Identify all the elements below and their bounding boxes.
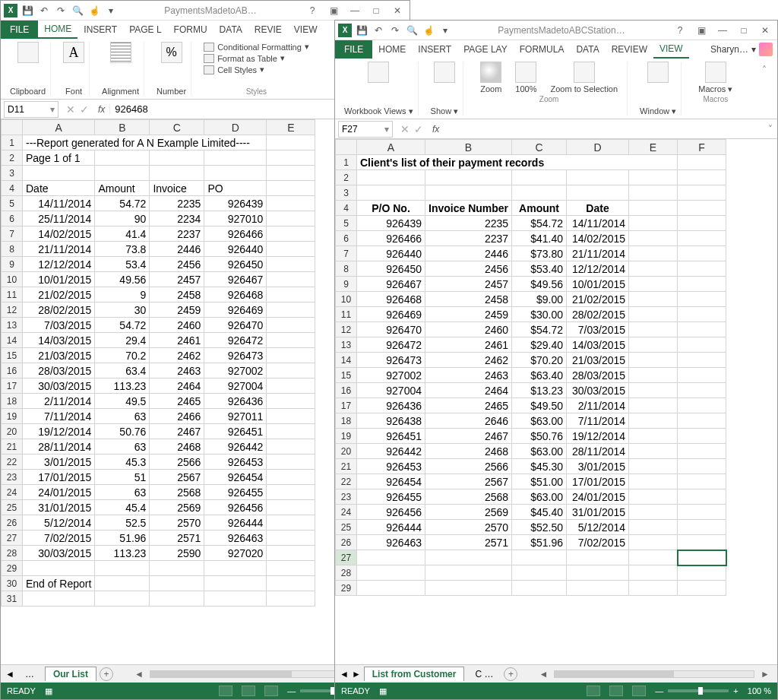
cell-D15[interactable]: 28/03/2015 — [567, 368, 629, 383]
menu-tab-review[interactable]: REVIEW — [606, 40, 653, 59]
cell-D23[interactable]: 24/01/2015 — [567, 489, 629, 505]
row-header-28[interactable]: 28 — [336, 565, 357, 581]
row-header-30[interactable]: 30 — [2, 576, 23, 591]
col-header-E[interactable]: E — [629, 140, 678, 155]
cell-F9[interactable] — [678, 277, 726, 292]
row-header-8[interactable]: 8 — [2, 242, 23, 257]
row-header-17[interactable]: 17 — [336, 398, 357, 413]
cell-C22[interactable]: 2566 — [150, 455, 204, 470]
fx-icon[interactable]: fx — [93, 104, 109, 115]
cell-E23[interactable] — [267, 470, 315, 485]
cell-E17[interactable] — [267, 379, 315, 394]
cell-E31[interactable] — [267, 591, 315, 607]
row-header-14[interactable]: 14 — [2, 333, 23, 348]
cell-C16[interactable]: $13.23 — [512, 383, 567, 398]
cell-B5[interactable]: 2235 — [425, 216, 512, 231]
sheet-tab-other[interactable]: C … — [467, 667, 501, 681]
cell-D28[interactable] — [567, 565, 629, 581]
name-box[interactable]: D11▾ — [4, 101, 59, 118]
cell-A12[interactable]: 926470 — [357, 322, 425, 337]
cell-E10[interactable] — [267, 272, 315, 287]
cell-B28[interactable] — [425, 565, 512, 581]
tab-scroll-left-icon[interactable]: ◄ — [340, 669, 349, 679]
cell-D14[interactable]: 21/03/2015 — [567, 353, 629, 368]
cell-A5[interactable]: 14/11/2014 — [23, 196, 95, 211]
cell-D28[interactable]: 927020 — [204, 546, 267, 561]
cell-F4[interactable] — [678, 201, 726, 216]
cell-D23[interactable]: 926454 — [204, 470, 267, 485]
cell-A7[interactable]: 14/02/2015 — [23, 226, 95, 242]
cell-F16[interactable] — [678, 383, 726, 398]
cell-C9[interactable]: 2456 — [150, 257, 204, 272]
col-header-D[interactable]: D — [567, 140, 629, 155]
cell-F8[interactable] — [678, 261, 726, 277]
cell-C17[interactable]: $49.50 — [512, 398, 567, 413]
cell-E27[interactable] — [267, 531, 315, 546]
format-as-table-button[interactable]: Format as Table ▾ — [204, 53, 309, 63]
cell-B2[interactable] — [95, 150, 150, 166]
cell-B14[interactable]: 2462 — [425, 353, 512, 368]
cell-E11[interactable] — [267, 287, 315, 302]
cell-D22[interactable]: 17/01/2015 — [567, 474, 629, 489]
cell-E18[interactable] — [629, 413, 678, 429]
cell-B11[interactable]: 2459 — [425, 307, 512, 322]
cell-E14[interactable] — [267, 333, 315, 348]
cell-E4[interactable] — [629, 201, 678, 216]
row-header-9[interactable]: 9 — [2, 257, 23, 272]
cell-E24[interactable] — [267, 485, 315, 500]
select-all-corner[interactable] — [2, 120, 23, 135]
menu-tab-view[interactable]: VIEW — [288, 21, 324, 39]
cell-F28[interactable] — [678, 565, 726, 581]
cell-B23[interactable]: 2568 — [425, 489, 512, 505]
cell-D12[interactable]: 7/03/2015 — [567, 322, 629, 337]
cell-E5[interactable] — [267, 196, 315, 211]
cell-F26[interactable] — [678, 535, 726, 550]
cell-E2[interactable] — [629, 170, 678, 185]
cell-E16[interactable] — [629, 383, 678, 398]
touch-icon[interactable]: ☝ — [422, 24, 435, 37]
row-header-26[interactable]: 26 — [336, 535, 357, 550]
cell-F27[interactable] — [678, 550, 726, 565]
cell-B18[interactable]: 2646 — [425, 413, 512, 429]
cell-C25[interactable]: 2569 — [150, 500, 204, 515]
cell-D17[interactable]: 927004 — [204, 379, 267, 394]
sheet-tab-list-from-customer[interactable]: List from Customer — [364, 667, 465, 681]
cell-C2[interactable] — [150, 150, 204, 166]
cell-C18[interactable]: 2465 — [150, 394, 204, 409]
cell-A10[interactable]: 10/01/2015 — [23, 272, 95, 287]
cell-D3[interactable] — [204, 166, 267, 181]
ribbon-options-icon[interactable]: ▣ — [692, 23, 710, 38]
cell-A18[interactable]: 2/11/2014 — [23, 394, 95, 409]
row-header-29[interactable]: 29 — [336, 581, 357, 596]
fx-icon[interactable]: fx — [428, 124, 444, 135]
cell-C30[interactable] — [150, 576, 204, 591]
cell-B28[interactable]: 113.23 — [95, 546, 150, 561]
cell-B30[interactable] — [95, 576, 150, 591]
cell-A13[interactable]: 926472 — [357, 337, 425, 353]
col-header-D[interactable]: D — [204, 120, 267, 135]
cell-D31[interactable] — [204, 591, 267, 607]
cell-C26[interactable]: $51.96 — [512, 535, 567, 550]
cell-D4[interactable]: Date — [567, 201, 629, 216]
row-header-11[interactable]: 11 — [336, 307, 357, 322]
cell-B5[interactable]: 54.72 — [95, 196, 150, 211]
cell-A28[interactable] — [357, 565, 425, 581]
cell-D10[interactable]: 926467 — [204, 272, 267, 287]
cell-E24[interactable] — [629, 505, 678, 520]
cell-C19[interactable]: 2466 — [150, 409, 204, 424]
zoom-level[interactable]: 100 % — [748, 686, 771, 695]
cell-B7[interactable]: 2446 — [425, 246, 512, 261]
cell-C6[interactable]: 2234 — [150, 211, 204, 226]
cell-D6[interactable]: 927010 — [204, 211, 267, 226]
cell-F21[interactable] — [678, 459, 726, 474]
cell-A6[interactable]: 926466 — [357, 231, 425, 246]
workbook-views-button[interactable]: Workbook Views ▾ — [340, 62, 419, 116]
cell-B10[interactable]: 2458 — [425, 292, 512, 307]
cell-D20[interactable]: 28/11/2014 — [567, 444, 629, 459]
cell-B9[interactable]: 2457 — [425, 277, 512, 292]
cell-E28[interactable] — [629, 565, 678, 581]
cell-F22[interactable] — [678, 474, 726, 489]
macro-record-icon[interactable]: ▦ — [45, 686, 52, 696]
row-header-25[interactable]: 25 — [2, 500, 23, 515]
cell-C4[interactable]: Amount — [512, 201, 567, 216]
